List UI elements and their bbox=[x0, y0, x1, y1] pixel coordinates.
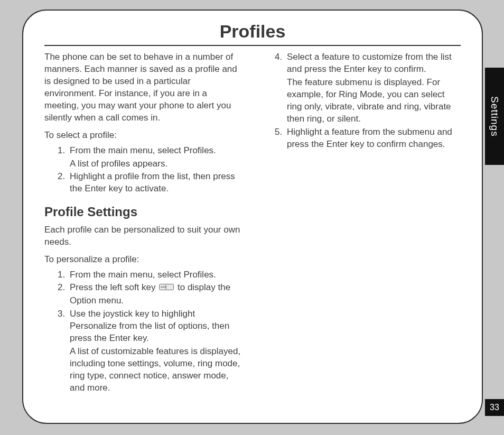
step-text: Highlight a feature from the submenu and… bbox=[287, 127, 452, 149]
personalize-steps-left: From the main menu, select Profiles. Pre… bbox=[44, 269, 244, 394]
select-profile-lead: To select a profile: bbox=[44, 129, 244, 142]
intro-paragraph: The phone can be set to behave in a numb… bbox=[44, 51, 244, 124]
content-columns: The phone can be set to behave in a numb… bbox=[44, 51, 461, 401]
column-right: Select a feature to customize from the l… bbox=[262, 51, 461, 401]
step-subtext: A list of customizable features is displ… bbox=[70, 346, 244, 394]
step-text-before: Press the left soft key bbox=[70, 282, 158, 292]
section-intro: Each profile can be personalized to suit… bbox=[44, 224, 244, 248]
personalize-lead: To personalize a profile: bbox=[44, 254, 244, 266]
soft-key-icon bbox=[159, 283, 174, 295]
column-left: The phone can be set to behave in a numb… bbox=[44, 51, 244, 401]
list-item: Highlight a profile from the list, then … bbox=[68, 171, 244, 195]
personalize-steps-right: Select a feature to customize from the l… bbox=[262, 51, 461, 151]
list-item: Highlight a feature from the submenu and… bbox=[285, 126, 461, 151]
list-item: From the main menu, select Profiles. bbox=[68, 269, 244, 281]
list-item: From the main menu, select Profiles. A l… bbox=[68, 145, 244, 170]
list-item: Select a feature to customize from the l… bbox=[285, 51, 461, 125]
section-heading: Profile Settings bbox=[44, 203, 244, 220]
step-text: Select a feature to customize from the l… bbox=[287, 52, 452, 74]
page-number: 33 bbox=[490, 403, 499, 412]
page-title: Profiles bbox=[44, 21, 461, 46]
section-tab-settings: Settings bbox=[485, 68, 504, 165]
list-item: Press the left soft key to display the O… bbox=[68, 282, 244, 307]
page-number-badge: 33 bbox=[485, 399, 504, 416]
select-profile-steps: From the main menu, select Profiles. A l… bbox=[44, 145, 244, 196]
step-text: Use the joystick key to highlight Person… bbox=[70, 309, 229, 343]
section-tab-label: Settings bbox=[489, 96, 500, 137]
step-text: Highlight a profile from the list, then … bbox=[70, 171, 235, 193]
step-subtext: The feature submenu is displayed. For ex… bbox=[287, 77, 461, 125]
step-text: From the main menu, select Profiles. bbox=[70, 270, 216, 280]
step-text: From the main menu, select Profiles. bbox=[70, 145, 216, 155]
step-subtext: A list of profiles appears. bbox=[70, 158, 244, 170]
manual-page: Profiles The phone can be set to behave … bbox=[22, 10, 483, 424]
list-item: Use the joystick key to highlight Person… bbox=[68, 308, 244, 394]
